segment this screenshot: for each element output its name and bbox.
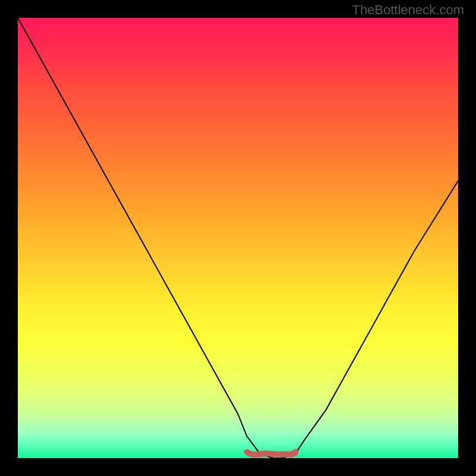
bottleneck-curve-line	[18, 18, 458, 458]
plot-area	[18, 18, 458, 458]
optimal-range-highlight	[247, 452, 296, 455]
watermark-text: TheBottleneck.com	[352, 2, 464, 18]
chart-svg	[18, 18, 458, 458]
